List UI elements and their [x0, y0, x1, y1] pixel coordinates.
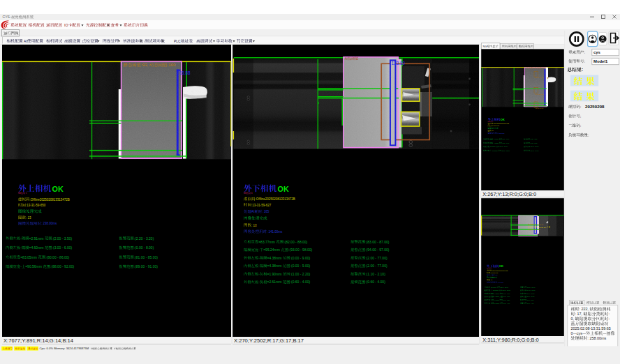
svg-text::(1.00 - 2.20): :(1.00 - 2.20)	[290, 272, 311, 276]
svg-text:: 13: : 13	[26, 216, 31, 220]
svg-text::(93.00 - 98.00): :(93.00 - 98.00)	[502, 289, 511, 291]
svg-text:: 17,: : 17,	[575, 312, 584, 316]
svg-text::(89.00 - 91.00): :(89.00 - 91.00)	[530, 150, 539, 151]
svg-text:=4.38mm: =4.38mm	[494, 293, 499, 294]
svg-text:OK: OK	[278, 185, 289, 193]
svg-text::13-31-59-627: :13-31-59-627	[251, 204, 272, 207]
svg-text:2025:02:08-13:31:59:65: 2025:02:08-13:31:59:65	[571, 326, 611, 331]
svg-text::(0.00 - 9.00): :(0.00 - 9.00)	[503, 296, 510, 297]
svg-text::(0.60 - 4.00): :(0.60 - 4.00)	[365, 280, 385, 284]
svg-text::(0.60 - 4.00): :(0.60 - 4.00)	[503, 303, 510, 304]
svg-text:: 13: : 13	[251, 224, 257, 227]
svg-text::(82.00 - 88.00): :(82.00 - 88.00)	[283, 240, 308, 244]
svg-text:Model1: Model1	[593, 59, 608, 63]
svg-text:cys: cys	[577, 331, 582, 335]
svg-text:OK: OK	[499, 264, 503, 268]
svg-text:=4.38mm: =4.38mm	[494, 296, 499, 297]
svg-text::(1.10 - 2.10): :(1.10 - 2.10)	[526, 299, 534, 301]
svg-text::: :	[609, 312, 610, 316]
svg-text::Offline2025020813313472B: :Offline2025020813313472B	[493, 123, 510, 124]
svg-text::(89.00 - 91.00): :(89.00 - 91.00)	[134, 264, 158, 268]
svg-text::(0.60 - 4.00): :(0.60 - 4.00)	[526, 303, 534, 304]
svg-text:=83.77mm: =83.77mm	[490, 287, 496, 288]
svg-text::(2.00 - 3.50): :(2.00 - 3.50)	[502, 138, 510, 139]
svg-text:X:7677;Y:891;R:14;G:14;B:14: X:7677;Y:891;R:14;G:14;B:14	[3, 338, 73, 344]
svg-text:=4.38mm: =4.38mm	[267, 256, 283, 260]
svg-text:=4.38mm: =4.38mm	[267, 264, 283, 268]
svg-text:: 165: : 165	[262, 210, 270, 213]
svg-text::(2.00 - 77.00): :(2.00 - 77.00)	[365, 256, 388, 260]
svg-text:: 238.00ms: : 238.00ms	[41, 222, 57, 225]
svg-text:=90.56mm: =90.56mm	[25, 264, 43, 268]
svg-text::(80.00 - 86.00): :(80.00 - 86.00)	[45, 255, 70, 259]
svg-text::(1.00 - 2.20): :(1.00 - 2.20)	[503, 299, 510, 301]
svg-text::(81.00 - 85.00): :(81.00 - 85.00)	[134, 255, 158, 259]
svg-text::(93.00 - 98.00): :(93.00 - 98.00)	[288, 248, 313, 252]
svg-text:AI: AI	[251, 210, 254, 213]
svg-text:: 13: : 13	[490, 279, 492, 280]
svg-text::13-31-59-627: :13-31-59-627	[490, 272, 498, 273]
svg-text::(3.00 - 6.00): :(3.00 - 6.00)	[502, 142, 510, 144]
svg-text::(2.00 - 77.00): :(2.00 - 77.00)	[365, 264, 388, 268]
svg-text:0: 0	[571, 331, 573, 335]
svg-text:IO: IO	[64, 23, 68, 27]
svg-text:=95.24mm: =95.24mm	[263, 248, 281, 252]
svg-text:: 258.00ms: : 258.00ms	[588, 336, 607, 340]
svg-text:=95.24mm: =95.24mm	[492, 289, 499, 291]
svg-text:NG: NG	[244, 192, 246, 195]
svg-text:: 165: : 165	[495, 274, 498, 275]
svg-text:: 238.00ms: : 238.00ms	[499, 132, 505, 134]
svg-text::1: :1	[492, 121, 493, 122]
svg-text:Cpu: 0.0% Memory: 3424.4179687: Cpu: 0.0% Memory: 3424.41796875M	[40, 347, 89, 350]
svg-text:=2.61mm: =2.61mm	[494, 303, 499, 304]
svg-text:cys: cys	[593, 50, 601, 54]
svg-text:AI: AI	[24, 40, 27, 43]
svg-text::(83.00 - 87.00): :(83.00 - 87.00)	[526, 287, 536, 288]
svg-text:=83.77mm: =83.77mm	[258, 240, 276, 244]
svg-text:X:270;Y:2502;R:17;G:17;B:17: X:270;Y:2502;R:17;G:17;B:17	[234, 338, 304, 344]
svg-text::(0.60 - 4.00): :(0.60 - 4.00)	[290, 280, 311, 284]
svg-text:: 222,: : 222,	[580, 307, 590, 311]
svg-text:0,: 0,	[571, 317, 575, 321]
svg-text::(1.10 - 2.10): :(1.10 - 2.10)	[365, 272, 385, 276]
svg-text::Offline2025020813313472B: :Offline2025020813313472B	[30, 198, 70, 202]
svg-text:: 141.00ms: : 141.00ms	[267, 230, 283, 234]
svg-text::0: :0	[491, 267, 492, 268]
svg-text::(2.20 - 3.20): :(2.20 - 3.20)	[530, 138, 538, 139]
svg-text::13-31-59-650: :13-31-59-650	[26, 204, 46, 207]
svg-text:X:311;Y:980;R:0;G:0;B:0: X:311;Y:980;R:0;G:0;B:0	[482, 337, 538, 343]
svg-text:=4.60mm: =4.60mm	[29, 245, 45, 250]
svg-text::(2.00 - 77.00): :(2.00 - 77.00)	[526, 293, 535, 294]
svg-text:=2.91mm: =2.91mm	[29, 236, 45, 241]
svg-text::Offline2025020813313472B: :Offline2025020813313472B	[256, 197, 295, 201]
svg-text:NG: NG	[18, 192, 21, 195]
svg-text:=4.60mm: =4.60mm	[493, 142, 499, 144]
svg-text:OK: OK	[501, 118, 505, 121]
svg-text:12.98 OK:12: 12.98 OK:12	[536, 107, 545, 109]
svg-text::(2.20 - 3.20): :(2.20 - 3.20)	[134, 236, 154, 241]
svg-text::(0.00 - 9.00): :(0.00 - 9.00)	[503, 293, 510, 294]
svg-text::(80.00 - 86.00): :(80.00 - 86.00)	[499, 146, 508, 147]
svg-text::Offline2025020813313472B: :Offline2025020813313472B	[492, 270, 508, 271]
svg-text::(2.00 - 3.50): :(2.00 - 3.50)	[52, 236, 73, 241]
svg-text:NG: NG	[482, 45, 487, 48]
svg-text::(2.00 - 77.00): :(2.00 - 77.00)	[526, 296, 535, 297]
svg-text:=83.05mm: =83.05mm	[20, 255, 38, 259]
svg-text::(88.00 - 92.00): :(88.00 - 92.00)	[501, 150, 510, 151]
svg-text:: 13: : 13	[492, 130, 494, 131]
svg-text:: 141.00ms: : 141.00ms	[497, 282, 503, 283]
svg-text:=2.61mm: =2.61mm	[267, 280, 283, 284]
svg-text::(0.00 - 8.00): :(0.00 - 8.00)	[134, 245, 154, 250]
svg-text:=90.56mm: =90.56mm	[492, 150, 498, 151]
svg-text:=1.90mm: =1.90mm	[267, 272, 283, 276]
svg-text:=1.90mm: =1.90mm	[494, 299, 499, 301]
svg-text::(0.00 - 9.00): :(0.00 - 9.00)	[290, 264, 311, 268]
svg-text:CYS-: CYS-	[3, 15, 11, 19]
svg-text::(3.00 - 6.00): :(3.00 - 6.00)	[52, 245, 73, 250]
svg-text::: :	[582, 67, 583, 72]
svg-text::(88.00 - 92.00): :(88.00 - 92.00)	[50, 264, 75, 268]
svg-text::(82.00 - 88.00): :(82.00 - 88.00)	[500, 287, 509, 288]
svg-text:PLC: PLC	[174, 40, 181, 43]
svg-text:=2.91mm: =2.91mm	[493, 138, 499, 139]
svg-text::(81.00 - 85.00): :(81.00 - 85.00)	[530, 146, 539, 147]
